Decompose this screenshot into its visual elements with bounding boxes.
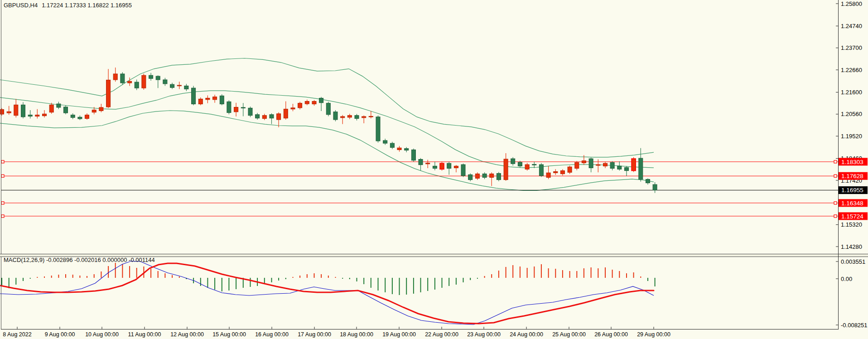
- macd-histogram-bar: [222, 278, 222, 291]
- bear-candle: [135, 82, 139, 88]
- time-axis-label: 9 Aug 00:00: [45, 331, 75, 338]
- bear-candle: [149, 75, 153, 78]
- line-handle-right[interactable]: [834, 174, 837, 177]
- macd-axis-label: 0.003551: [841, 258, 865, 265]
- bear-candle: [170, 84, 174, 87]
- bear-candle: [21, 105, 25, 117]
- macd-histogram-bar: [534, 266, 535, 278]
- macd-histogram-bar: [299, 276, 300, 278]
- bull-candle: [106, 80, 111, 107]
- macd-histogram-bar: [136, 268, 137, 278]
- bear-candle: [653, 184, 657, 190]
- bull-candle: [0, 110, 4, 114]
- bull-candle: [7, 111, 11, 113]
- bear-candle: [532, 165, 536, 165]
- bull-candle: [603, 163, 608, 166]
- macd-histogram-bar: [385, 278, 386, 292]
- macd-histogram-bar: [335, 277, 336, 278]
- macd-histogram-bar: [101, 271, 101, 278]
- bull-candle: [128, 81, 132, 83]
- time-axis-label: 15 Aug 00:00: [212, 331, 246, 338]
- bear-candle: [639, 158, 643, 179]
- bear-candle: [57, 104, 61, 107]
- macd-histogram-bar: [548, 268, 549, 278]
- macd-histogram-bar: [115, 263, 116, 278]
- line-handle-left[interactable]: [1, 174, 4, 177]
- bear-candle: [256, 115, 260, 118]
- bull-candle: [347, 116, 352, 117]
- macd-histogram-bar: [655, 278, 656, 286]
- macd-histogram-bar: [569, 271, 570, 278]
- macd-histogram-bar: [349, 278, 350, 279]
- macd-histogram-bar: [65, 274, 66, 278]
- macd-histogram-bar: [87, 276, 87, 278]
- line-handle-left[interactable]: [1, 160, 4, 163]
- price-level-label: 1.18303: [839, 158, 868, 165]
- macd-histogram-bar: [23, 278, 24, 281]
- bear-candle: [78, 117, 82, 119]
- line-handle-left[interactable]: [1, 202, 4, 204]
- bull-candle: [213, 97, 217, 100]
- bull-candle: [234, 107, 238, 112]
- macd-histogram-bar: [15, 278, 16, 285]
- bull-candle: [575, 162, 579, 168]
- bull-candle: [305, 102, 309, 104]
- bull-candle: [490, 174, 494, 178]
- line-handle-right[interactable]: [834, 160, 837, 163]
- macd-histogram-bar: [484, 276, 485, 278]
- line-handle-right[interactable]: [834, 202, 837, 204]
- bear-candle: [539, 165, 543, 176]
- bull-candle: [312, 102, 316, 104]
- bull-candle: [43, 114, 47, 116]
- price-axis-label: 1.22660: [841, 67, 862, 73]
- macd-histogram-bar: [228, 278, 229, 291]
- price-axis-label: 1.21600: [841, 89, 862, 96]
- price-axis-label: 1.20560: [841, 111, 862, 117]
- macd-histogram-bar: [448, 278, 449, 286]
- macd-histogram-bar: [626, 273, 627, 278]
- macd-histogram-bar: [94, 274, 95, 278]
- macd-histogram-bar: [314, 273, 315, 278]
- bear-candle: [227, 102, 231, 112]
- bull-candle: [49, 105, 53, 112]
- time-axis-label: 29 Aug 00:00: [637, 331, 670, 338]
- macd-histogram-bar: [1, 278, 2, 286]
- price-level-label: 1.15724: [839, 212, 868, 220]
- bull-candle: [554, 172, 558, 173]
- macd-histogram-bar: [434, 278, 435, 290]
- bull-candle: [198, 99, 203, 104]
- chart-canvas[interactable]: 1.258001.247401.237001.226601.216001.205…: [0, 0, 868, 339]
- bear-candle: [497, 174, 501, 180]
- bear-candle: [220, 96, 224, 104]
- macd-histogram-bar: [427, 278, 428, 291]
- macd-histogram-bar: [278, 278, 279, 281]
- bear-candle: [411, 150, 415, 160]
- bull-candle: [546, 173, 550, 177]
- line-handle-left[interactable]: [1, 215, 4, 218]
- macd-histogram-bar: [150, 269, 151, 278]
- macd-histogram-bar: [612, 270, 613, 278]
- macd-histogram-bar: [108, 266, 109, 278]
- macd-histogram-bar: [158, 271, 159, 278]
- bear-candle: [64, 107, 68, 113]
- svg-text:1.17628: 1.17628: [841, 173, 863, 179]
- svg-text:1.15724: 1.15724: [841, 213, 863, 220]
- bear-candle: [241, 107, 245, 108]
- bull-candle: [14, 105, 18, 115]
- bear-candle: [461, 165, 465, 176]
- chart-symbol-timeframe: GBPUSD,H4: [4, 2, 38, 9]
- bear-candle: [121, 74, 125, 83]
- macd-histogram-bar: [619, 271, 620, 278]
- macd-histogram-bar: [512, 265, 513, 278]
- macd-histogram-bar: [371, 278, 371, 288]
- line-handle-right[interactable]: [834, 215, 837, 218]
- bull-candle: [35, 115, 39, 116]
- price-axis-label: 1.23700: [841, 44, 862, 51]
- bull-candle: [142, 75, 146, 88]
- macd-histogram-bar: [442, 278, 443, 288]
- macd-histogram-bar: [591, 267, 592, 278]
- bull-candle: [99, 107, 103, 111]
- time-axis-label: 11 Aug 00:00: [128, 331, 161, 338]
- macd-histogram-bar: [470, 278, 471, 280]
- macd-histogram-bar: [463, 278, 464, 282]
